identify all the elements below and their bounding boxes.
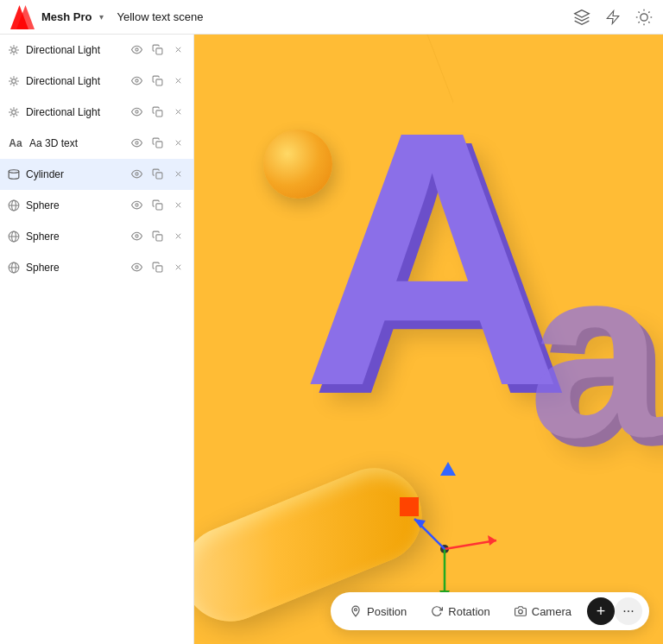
- layer-name-aa-3d-text: Aa 3D text: [29, 137, 123, 149]
- app-dropdown-arrow[interactable]: ▾: [99, 12, 104, 22]
- layer-actions-cylinder: [128, 166, 186, 183]
- visibility-btn-cylinder[interactable]: [128, 166, 145, 183]
- layer-item-dir-light-3[interactable]: Directional Light: [0, 97, 193, 128]
- close-btn-sphere-2[interactable]: [169, 228, 186, 245]
- header: Mesh Pro ▾ Yellow text scene: [0, 0, 663, 35]
- svg-point-2: [641, 13, 647, 20]
- rotation-label: Rotation: [448, 605, 489, 618]
- visibility-btn-aa-3d-text[interactable]: [128, 135, 145, 152]
- svg-point-46: [135, 110, 137, 113]
- close-btn-cylinder[interactable]: [169, 166, 186, 183]
- visibility-btn-dir-light-1[interactable]: [128, 41, 145, 59]
- svg-line-32: [16, 77, 17, 79]
- layer-name-sphere-3: Sphere: [26, 262, 123, 274]
- duplicate-btn-cylinder[interactable]: [148, 166, 166, 183]
- sphere-icon-1: [7, 199, 21, 212]
- layer-item-aa-3d-text[interactable]: Aa Aa 3D text: [0, 128, 193, 159]
- visibility-btn-dir-light-3[interactable]: [128, 104, 145, 121]
- svg-point-69: [135, 235, 137, 237]
- svg-point-62: [135, 204, 137, 206]
- layer-item-dir-light-2[interactable]: Directional Light: [0, 66, 193, 97]
- svg-rect-34: [155, 79, 161, 85]
- layer-item-dir-light-1[interactable]: Directional Light: [0, 35, 193, 66]
- svg-line-31: [10, 83, 12, 85]
- svg-line-19: [16, 46, 17, 47]
- svg-point-20: [135, 48, 137, 51]
- duplicate-btn-dir-light-1[interactable]: [148, 41, 166, 59]
- svg-point-90: [355, 609, 357, 611]
- svg-rect-56: [155, 173, 161, 179]
- layer-name-cylinder: Cylinder: [26, 168, 123, 180]
- duplicate-btn-dir-light-3[interactable]: [148, 104, 166, 121]
- close-btn-sphere-1[interactable]: [169, 197, 186, 214]
- svg-line-45: [16, 108, 17, 110]
- close-btn-sphere-3[interactable]: [169, 259, 186, 276]
- svg-line-27: [10, 77, 12, 79]
- layer-name-sphere-1: Sphere: [26, 199, 123, 212]
- close-btn-aa-3d-text[interactable]: [169, 135, 186, 152]
- svg-point-33: [135, 79, 137, 82]
- svg-rect-47: [155, 110, 161, 117]
- duplicate-btn-dir-light-2[interactable]: [148, 73, 166, 90]
- svg-line-44: [10, 114, 12, 116]
- sun-icon[interactable]: [635, 9, 653, 26]
- visibility-btn-sphere-1[interactable]: [128, 197, 145, 214]
- layer-item-sphere-1[interactable]: Sphere: [0, 190, 193, 221]
- layer-name-dir-light-2: Directional Light: [26, 75, 123, 87]
- svg-rect-51: [155, 142, 161, 148]
- svg-line-28: [16, 83, 17, 85]
- header-icons: [573, 9, 653, 26]
- camera-btn[interactable]: Camera: [502, 600, 584, 623]
- svg-line-10: [648, 11, 649, 12]
- close-btn-dir-light-1[interactable]: [169, 41, 186, 59]
- text-3d-icon: Aa: [7, 136, 24, 150]
- layer-actions-dir-light-1: [128, 41, 186, 59]
- object-icon[interactable]: [573, 9, 590, 26]
- duplicate-btn-sphere-1[interactable]: [148, 197, 166, 214]
- more-button[interactable]: ···: [615, 597, 642, 625]
- duplicate-btn-sphere-3[interactable]: [148, 259, 166, 276]
- visibility-btn-sphere-3[interactable]: [128, 259, 145, 276]
- svg-line-41: [16, 114, 17, 116]
- rotation-icon: [431, 605, 443, 617]
- layer-actions-sphere-2: [128, 228, 186, 245]
- svg-line-9: [639, 22, 640, 22]
- layer-item-sphere-3[interactable]: Sphere: [0, 252, 193, 283]
- layer-name-sphere-2: Sphere: [26, 230, 123, 243]
- svg-rect-63: [155, 204, 161, 210]
- visibility-btn-dir-light-2[interactable]: [128, 73, 145, 90]
- svg-line-6: [648, 22, 649, 22]
- duplicate-btn-sphere-2[interactable]: [148, 228, 166, 245]
- svg-line-84: [445, 540, 496, 549]
- svg-point-55: [135, 173, 137, 175]
- layer-name-dir-light-3: Directional Light: [26, 106, 123, 118]
- rotation-btn[interactable]: Rotation: [419, 600, 502, 623]
- duplicate-btn-aa-3d-text[interactable]: [148, 135, 166, 152]
- svg-line-14: [10, 46, 12, 47]
- directional-light-icon-2: [7, 74, 21, 88]
- svg-line-15: [16, 52, 17, 54]
- canvas-area[interactable]: Aa: [194, 35, 663, 644]
- sidebar: Directional Light Directional Ligh: [0, 35, 194, 644]
- main-layout: Directional Light Directional Ligh: [0, 35, 663, 644]
- svg-point-37: [12, 110, 16, 114]
- sphere-icon-3: [7, 261, 21, 275]
- marker-blue-triangle: [440, 462, 456, 476]
- position-btn[interactable]: Position: [338, 600, 419, 623]
- camera-label: Camera: [532, 605, 571, 618]
- close-btn-dir-light-3[interactable]: [169, 104, 186, 121]
- svg-point-76: [135, 266, 137, 268]
- adobe-logo: [10, 5, 35, 29]
- layer-item-sphere-2[interactable]: Sphere: [0, 221, 193, 252]
- layer-actions-aa-3d-text: [128, 135, 186, 152]
- close-btn-dir-light-2[interactable]: [169, 73, 186, 90]
- bolt-icon[interactable]: [604, 9, 622, 26]
- visibility-btn-sphere-2[interactable]: [128, 228, 145, 245]
- directional-light-icon: [7, 43, 21, 57]
- add-button[interactable]: +: [587, 597, 615, 625]
- svg-point-91: [518, 609, 522, 614]
- svg-rect-77: [155, 266, 161, 272]
- transform-gizmo: [410, 480, 496, 584]
- layer-item-cylinder[interactable]: Cylinder: [0, 159, 193, 190]
- camera-icon: [515, 605, 527, 617]
